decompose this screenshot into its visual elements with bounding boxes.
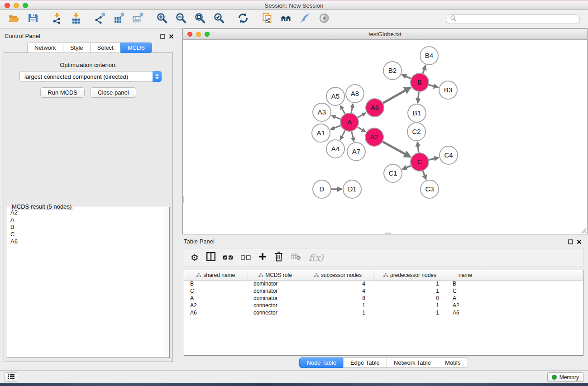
search-field[interactable] [446, 14, 580, 24]
hide-annotations-button[interactable] [296, 11, 315, 27]
graph-node-B[interactable]: B [411, 73, 429, 91]
zoom-fit-button[interactable] [191, 11, 210, 27]
criterion-dropdown[interactable]: largest connected component (directed) [19, 71, 162, 82]
table-row[interactable]: Bdominator41B [184, 280, 583, 287]
graph-edge-C-C1[interactable] [402, 166, 411, 169]
graph-edge-C-C3[interactable] [423, 171, 426, 180]
graph-edge-A-A4[interactable] [340, 131, 345, 140]
show-view-button[interactable] [315, 11, 334, 27]
vertical-scrollbar[interactable] [183, 196, 184, 203]
graph-edge-A-A8[interactable] [351, 104, 353, 113]
graph-edge-C-C2[interactable] [417, 142, 418, 152]
table-cell[interactable]: A6 [447, 309, 484, 316]
table-row[interactable]: Adominator80A [184, 295, 583, 302]
refresh-layout-button[interactable] [234, 11, 253, 27]
table-cell[interactable]: 0 [373, 295, 447, 302]
table-row[interactable]: A6connector11A6 [184, 309, 583, 316]
table-cell[interactable]: 4 [303, 287, 373, 295]
graph-edge-C-C4[interactable] [429, 157, 438, 160]
window-titlebar[interactable]: Session: New Session [0, 1, 588, 10]
column-header-predecessor-nodes[interactable]: predecessor nodes [373, 270, 447, 280]
table-cell[interactable]: 1 [373, 302, 447, 309]
graph-node-A4[interactable]: A4 [326, 140, 344, 158]
column-header-successor-nodes[interactable]: successor nodes [303, 270, 373, 280]
graph-node-A8[interactable]: A8 [346, 85, 364, 103]
table-cell[interactable]: 1 [373, 309, 447, 316]
table-cell[interactable]: dominator [248, 287, 303, 295]
table-cell[interactable]: 1 [373, 287, 447, 295]
export-table-button[interactable] [110, 11, 129, 27]
graph-node-D1[interactable]: D1 [343, 180, 361, 198]
add-column-button[interactable] [258, 253, 267, 262]
table-cell[interactable]: A6 [184, 309, 248, 316]
table-cell[interactable]: C [184, 287, 248, 295]
result-item[interactable]: A6 [8, 238, 163, 245]
graph-node-A1[interactable]: A1 [312, 124, 330, 142]
float-panel-icon[interactable] [160, 33, 165, 41]
table-cell[interactable]: connector [248, 309, 303, 316]
tab-node-table[interactable]: Node Table [299, 357, 344, 368]
graph-node-C4[interactable]: C4 [440, 146, 458, 164]
import-table-button[interactable] [67, 11, 86, 27]
graph-node-C[interactable]: C [411, 153, 429, 171]
table-row[interactable]: A2connector11A2 [184, 302, 583, 309]
table-cell[interactable]: 1 [373, 280, 447, 287]
close-panel-icon[interactable] [577, 238, 582, 246]
function-builder-button[interactable]: f(x) [309, 253, 324, 262]
graph-edge-A2-C[interactable] [382, 142, 410, 157]
table-cell[interactable]: B [184, 280, 248, 287]
column-header-shared-name[interactable]: shared name [184, 270, 248, 280]
export-network-button[interactable] [91, 11, 110, 27]
graph-node-B2[interactable]: B2 [383, 62, 402, 80]
resize-grip[interactable] [580, 227, 586, 233]
graph-node-C2[interactable]: C2 [407, 123, 425, 141]
graph-edge-B-B4[interactable] [423, 66, 425, 74]
table-cell[interactable]: 8 [303, 295, 373, 302]
zoom-out-button[interactable] [172, 11, 191, 27]
tab-network[interactable]: Network [27, 43, 63, 53]
graph-edge-A6-B[interactable] [383, 87, 411, 103]
graph-edge-B-B2[interactable] [402, 75, 411, 79]
result-item[interactable]: C [8, 231, 163, 238]
tab-style[interactable]: Style [63, 43, 91, 53]
graph-node-D[interactable]: D [313, 180, 331, 198]
import-network-button[interactable] [48, 11, 67, 27]
result-scrollbar[interactable] [164, 209, 168, 356]
close-panel-icon[interactable] [169, 33, 174, 41]
table-cell[interactable]: 4 [303, 280, 373, 287]
save-session-button[interactable] [24, 11, 43, 27]
tab-network-table[interactable]: Network Table [387, 357, 438, 368]
graph-node-A3[interactable]: A3 [313, 103, 331, 121]
network-graph[interactable]: AA1A2A3A4A5A6A7A8BB1B2B3B4CC1C2C3C4DD1 [183, 40, 587, 234]
graph-node-C3[interactable]: C3 [421, 180, 439, 198]
graph-edge-A-A7[interactable] [352, 131, 354, 141]
table-cell[interactable]: dominator [248, 295, 303, 302]
column-header-name[interactable]: name [447, 270, 484, 280]
home-button[interactable] [277, 11, 296, 27]
delete-table-button[interactable] [291, 253, 301, 262]
deselect-all-button[interactable] [241, 253, 251, 262]
zoom-selected-button[interactable] [210, 11, 229, 27]
graph-edge-A-A3[interactable] [332, 116, 341, 119]
column-header-MCDS-role[interactable]: MCDS role [248, 270, 303, 280]
graph-edge-A-A5[interactable] [340, 105, 345, 114]
graph-edge-B-B1[interactable] [418, 92, 419, 103]
graph-edge-A-A6[interactable] [358, 113, 366, 117]
column-manager-button[interactable] [206, 252, 215, 263]
table-settings-button[interactable]: ⚙ [191, 253, 199, 262]
graph-node-A6[interactable]: A6 [366, 99, 384, 117]
console-button[interactable] [5, 372, 17, 382]
tab-motifs[interactable]: Motifs [438, 357, 468, 368]
tab-edge-table[interactable]: Edge Table [343, 357, 387, 368]
zoom-in-button[interactable] [153, 11, 172, 27]
run-mcds-button[interactable]: Run MCDS [40, 87, 85, 98]
open-session-button[interactable] [5, 11, 24, 27]
delete-column-button[interactable] [274, 252, 283, 263]
result-item[interactable]: A2 [8, 209, 163, 216]
table-cell[interactable]: 1 [303, 302, 373, 309]
graph-node-B3[interactable]: B3 [439, 81, 457, 99]
result-item[interactable]: A [8, 216, 163, 224]
graph-edge-B-B3[interactable] [429, 85, 438, 87]
duplicate-network-button[interactable] [258, 11, 277, 27]
graph-node-B4[interactable]: B4 [420, 47, 438, 65]
